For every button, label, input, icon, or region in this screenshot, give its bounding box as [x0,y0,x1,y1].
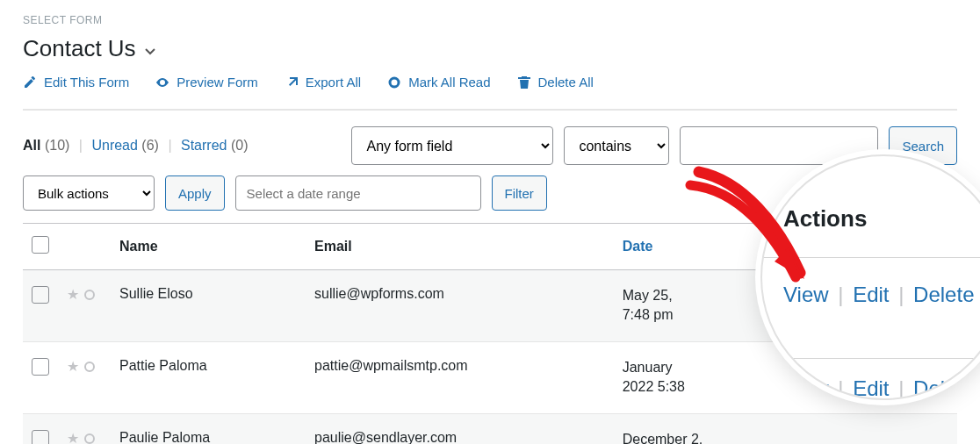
condition-select[interactable]: contains [564,126,669,165]
edit-this-form-link[interactable]: Edit This Form [23,75,129,90]
star-icon[interactable]: ★ [67,287,79,302]
view-sep: | [168,138,171,153]
row-checkbox[interactable] [32,358,49,376]
pencil-icon [23,75,37,90]
read-indicator-icon[interactable] [84,362,95,372]
col-name[interactable]: Name [111,224,306,270]
svg-point-0 [390,78,399,87]
read-indicator-icon[interactable] [84,290,95,300]
cell-email: paulie@sendlayer.com [306,413,614,444]
read-indicator-icon[interactable] [84,433,95,444]
table-row[interactable]: ★ Paulie Paloma paulie@sendlayer.com Dec… [23,413,957,444]
view-unread-link[interactable]: Unread [91,138,137,153]
delete-all-link[interactable]: Delete All [517,75,594,90]
export-icon [285,75,299,90]
select-form-label: SELECT FORM [23,14,957,26]
filter-row: All (10) | Unread (6) | Starred (0) Any … [23,126,957,165]
toolbar: Edit This Form Preview Form Export All M… [23,75,957,111]
delete-all-label: Delete All [538,75,594,90]
view-unread-count: (6) [141,138,159,153]
views: All (10) | Unread (6) | Starred (0) [23,138,248,154]
filter-button[interactable]: Filter [492,175,547,211]
cell-email: pattie@wpmailsmtp.com [306,341,614,413]
date-range-input[interactable] [235,175,481,211]
chevron-down-icon[interactable] [143,44,157,58]
form-title[interactable]: Contact Us [23,35,136,62]
table-head: Name Email Date Actions [23,224,957,270]
view-starred-link[interactable]: Starred [181,138,227,153]
col-email[interactable]: Email [306,224,614,270]
search-button[interactable]: Search [889,126,957,165]
circle-icon [387,75,401,90]
view-all-count: (10) [45,138,69,153]
form-title-row: Contact Us [23,35,957,62]
star-icon[interactable]: ★ [67,359,79,374]
cell-name: Sullie Eloso [111,270,306,342]
select-all-checkbox[interactable] [32,236,49,254]
bulk-actions-select[interactable]: Bulk actions [23,175,155,211]
row-checkbox[interactable] [32,430,49,444]
cell-name: Pattie Paloma [111,341,306,413]
row-checkbox[interactable] [32,286,49,304]
cell-date: December 2,2021 3:24 pm [614,413,800,444]
col-date[interactable]: Date [623,239,653,254]
mark-all-read-link[interactable]: Mark All Read [387,75,490,90]
cell-date: May 25,7:48 pm [614,270,800,342]
export-all-label: Export All [306,75,361,90]
eye-icon [155,75,169,90]
star-icon[interactable]: ★ [67,431,79,444]
edit-this-form-label: Edit This Form [44,75,129,90]
mark-all-read-label: Mark All Read [408,75,490,90]
view-sep: | [79,138,83,153]
table-row[interactable]: ★ Sullie Eloso sullie@wpforms.com May 25… [23,270,957,342]
cell-email: sullie@wpforms.com [306,270,614,342]
field-select[interactable]: Any form field [351,126,553,165]
gear-icon[interactable] [933,240,948,255]
view-starred-count: (0) [231,138,249,153]
cell-name: Paulie Paloma [111,413,306,444]
preview-form-link[interactable]: Preview Form [155,75,258,90]
cell-date: January2022 5:38 [614,341,800,413]
entries-table: Name Email Date Actions ★ Sullie Eloso s… [23,223,957,444]
col-actions: Actions [800,224,925,270]
table-row[interactable]: ★ Pattie Paloma pattie@wpmailsmtp.com Ja… [23,341,957,413]
preview-form-label: Preview Form [177,75,258,90]
apply-button[interactable]: Apply [165,175,225,211]
bulk-row: Bulk actions Apply Filter [23,175,957,211]
search-input[interactable] [680,126,878,165]
export-all-link[interactable]: Export All [285,75,361,90]
trash-icon [517,75,531,90]
view-all-label[interactable]: All [23,138,40,153]
